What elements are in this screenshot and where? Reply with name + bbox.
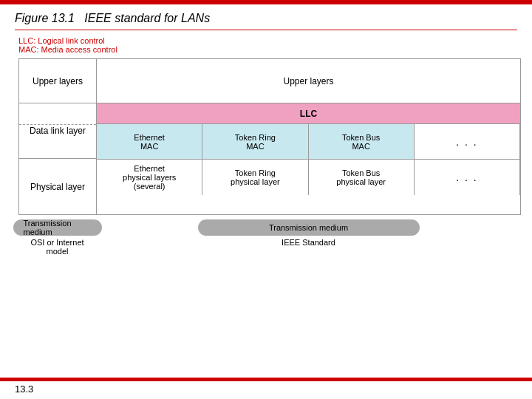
figure-subtitle: IEEE standard for LANs xyxy=(84,12,210,24)
content-area: Figure 13.1 IEEE standard for LANs LLC: … xyxy=(0,4,532,263)
phys-cell-dots: . . . xyxy=(415,160,520,195)
mac-cell-token-bus: Token BusMAC xyxy=(309,124,415,159)
osi-column: Upper layers Data link layer Physical la… xyxy=(19,59,97,214)
trans-left-label: Transmission medium xyxy=(24,219,92,236)
mac-legend: MAC: Media access control xyxy=(18,45,514,54)
osi-data-link: Data link layer xyxy=(19,103,96,159)
main-diagram: Upper layers Data link layer Physical la… xyxy=(18,58,521,215)
osi-data-link-label: Data link layer xyxy=(30,126,86,136)
trans-pill-right: Transmission medium xyxy=(198,219,420,236)
ieee-physical-row: Ethernetphysical layers(several) Token R… xyxy=(97,160,520,195)
label-ieee: IEEE Standard xyxy=(96,238,521,256)
ieee-upper-layers: Upper layers xyxy=(97,59,520,103)
figure-number: Figure 13.1 xyxy=(15,12,75,24)
labels-row: OSI or Internet model IEEE Standard xyxy=(18,238,521,256)
dashed-line-1 xyxy=(19,124,96,125)
trans-left: Transmission medium xyxy=(18,219,96,236)
llc-legend: LLC: Logical link control xyxy=(18,36,514,45)
mac-cell-ethernet: EthernetMAC xyxy=(97,124,202,159)
bottom-bar xyxy=(0,378,532,381)
figure-title: Figure 13.1 IEEE standard for LANs xyxy=(15,12,517,25)
ieee-llc-row: LLC xyxy=(97,103,520,124)
mac-cell-dots: . . . xyxy=(415,124,520,159)
mac-cell-token-ring: Token RingMAC xyxy=(202,124,308,159)
transmission-row: Transmission medium Transmission medium xyxy=(18,219,521,236)
legend: LLC: Logical link control MAC: Media acc… xyxy=(18,36,514,54)
ieee-mac-row: EthernetMAC Token RingMAC Token BusMAC .… xyxy=(97,124,520,160)
osi-upper-layers: Upper layers xyxy=(19,59,96,103)
title-divider xyxy=(15,30,517,30)
trans-right-label: Transmission medium xyxy=(269,223,348,232)
phys-cell-token-bus: Token Busphysical layer xyxy=(309,160,415,195)
ieee-column: Upper layers LLC EthernetMAC Token RingM… xyxy=(97,59,520,214)
trans-pill-left: Transmission medium xyxy=(13,219,102,236)
page-number: 13.3 xyxy=(15,383,33,395)
osi-physical-label: Physical layer xyxy=(30,182,85,192)
label-osi: OSI or Internet model xyxy=(18,238,96,256)
trans-right: Transmission medium xyxy=(96,219,521,236)
diagram-area: LLC: Logical link control MAC: Media acc… xyxy=(15,36,517,256)
phys-cell-ethernet: Ethernetphysical layers(several) xyxy=(97,160,202,195)
osi-physical: Physical layer xyxy=(19,159,96,214)
phys-cell-token-ring: Token Ringphysical layer xyxy=(202,160,308,195)
